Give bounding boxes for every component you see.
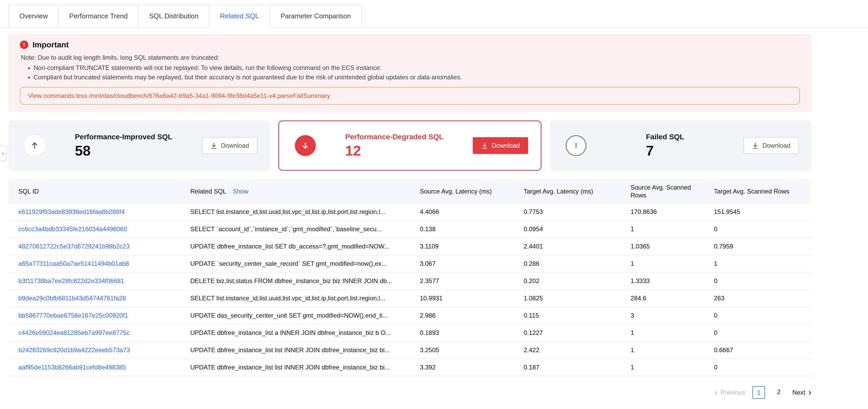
card-performance-degraded-sql[interactable]: Performance-Degraded SQL 12 Download [278, 121, 541, 171]
target-scanned-rows-value: 0.7959 [714, 243, 733, 250]
tab-bar: OverviewPerformance TrendSQL Distributio… [0, 0, 868, 28]
notice-note: Note: Due to audit log length limits, lo… [21, 54, 800, 61]
arrow-down-icon [295, 135, 316, 156]
target-rows-cell: 151.9545 [714, 203, 811, 220]
source-rows-cell: 284.6 [630, 289, 714, 307]
target-rows-cell: 0.6667 [714, 341, 811, 359]
tab-parameter-comparison[interactable]: Parameter Comparison [270, 4, 362, 28]
source-latency-cell: 0.138 [420, 220, 524, 238]
notice-bullet-list: Non-compliant TRUNCATE statements will n… [34, 64, 800, 81]
page-button-1[interactable]: 1 [752, 386, 765, 399]
target-latency-value: 0.1227 [524, 329, 543, 336]
command-text: View commands:less /mnt/das/cloudbench/6… [28, 92, 330, 99]
source-rows-cell: 1 [630, 359, 714, 376]
table-row: 48270612722c5e37d6729241b98b2c23UPDATE d… [8, 238, 811, 255]
card-title: Performance-Improved SQL [75, 133, 173, 141]
download-failed-button[interactable]: Download [744, 137, 799, 154]
download-improved-button[interactable]: Download [202, 137, 257, 154]
source-rows-cell: 1 [630, 255, 714, 272]
sql-id-link[interactable]: cc6cc3a4bdb33345fe216034a4496060 [18, 226, 127, 233]
sql-id-link[interactable]: b9dea29c0bfb6811b43d54744761fa28 [18, 295, 126, 302]
target-rows-cell: 0.7959 [714, 238, 811, 255]
target-rows-cell: 0 [714, 324, 811, 341]
target-latency-value: 0.115 [524, 312, 539, 319]
sql-text: SELECT list.instance_id,list.uuid,list.v… [190, 295, 385, 302]
sql-id-link[interactable]: a65a77311caa50a7ae51411494b01ab8 [18, 260, 129, 267]
sql-id-cell: aaf95de1153b8266ab91cefd8e498385 [8, 359, 190, 376]
sql-id-cell: cc6cc3a4bdb33345fe216034a4496060 [8, 220, 190, 238]
sql-id-link[interactable]: b24263269c920d1b9a4222eeeb573a73 [18, 346, 130, 353]
column-header-sql-id: SQL ID [8, 180, 190, 203]
source-latency-value: 10.9931 [420, 295, 443, 302]
sql-stat-cards: Performance-Improved SQL 58 Download [8, 121, 811, 171]
target-rows-cell: 0 [714, 272, 811, 289]
notice-header: ! Important [20, 40, 800, 49]
source-scanned-rows-value: 170.8636 [630, 208, 657, 215]
source-scanned-rows-value: 1.0365 [630, 243, 650, 250]
target-latency-cell: 0.286 [524, 255, 630, 272]
card-failed-sql[interactable]: ! Failed SQL 7 Download [550, 121, 811, 171]
download-icon [752, 142, 759, 149]
sql-text: UPDATE dbfree_instance_list list INNER J… [190, 364, 390, 371]
arrow-up-icon [24, 135, 45, 156]
sql-id-link[interactable]: b3f11738ba7ee28fc822d2e334f06681 [18, 277, 124, 284]
page-button-2[interactable]: 2 [772, 386, 785, 399]
warning-circle-icon: ! [565, 135, 587, 156]
target-latency-value: 0.187 [524, 364, 539, 371]
source-scanned-rows-value: 1 [630, 364, 634, 371]
sql-text: SELECT `account_id`,`instance_id`,`gmt_m… [190, 226, 382, 233]
tab-overview[interactable]: Overview [8, 4, 59, 28]
notice-title: Important [32, 40, 69, 49]
target-latency-cell: 0.0954 [524, 220, 630, 238]
sql-id-link[interactable]: aaf95de1153b8266ab91cefd8e498385 [18, 364, 126, 371]
column-header-target-latency: Target Avg. Latency (ms) [524, 180, 630, 203]
sql-text-cell: UPDATE `security_center_sale_record` SET… [190, 255, 420, 272]
collapse-panel-handle[interactable]: ‹ [0, 145, 7, 161]
next-label: Next [792, 389, 805, 396]
tab-related-sql[interactable]: Related SQL [209, 4, 270, 28]
card-text-area: Performance-Improved SQL 58 [45, 133, 202, 159]
related-sql-page: OverviewPerformance TrendSQL Distributio… [0, 0, 868, 409]
tab-performance-trend[interactable]: Performance Trend [58, 4, 138, 28]
source-latency-value: 3.2505 [420, 346, 439, 353]
previous-page-button[interactable]: ‹ Previous [715, 389, 745, 396]
table-row: b9dea29c0bfb6811b43d54744761fa28SELECT l… [8, 289, 811, 307]
sql-id-link[interactable]: 48270612722c5e37d6729241b98b2c23 [18, 243, 129, 250]
notice-bullet: Non-compliant TRUNCATE statements will n… [34, 64, 800, 72]
source-scanned-rows-value: 1 [630, 346, 634, 353]
sql-text-cell: DELETE biz,list,status FROM dbfree_insta… [190, 272, 420, 289]
source-latency-cell: 4.4066 [420, 203, 524, 220]
column-header-source-scanned-rows: Source Avg. Scanned Rows [630, 180, 714, 203]
target-latency-cell: 1.0825 [524, 289, 630, 307]
target-latency-value: 2.4401 [524, 243, 543, 250]
sql-id-link[interactable]: c4426e59024ea81285eb7a997ee8775c [18, 329, 129, 336]
sql-text: UPDATE dbfree_instance_list SET db_acces… [190, 243, 389, 250]
source-latency-value: 0.1893 [420, 329, 439, 336]
source-latency-value: 3.067 [420, 260, 436, 267]
sql-id-cell: b3f11738ba7ee28fc822d2e334f06681 [8, 272, 190, 289]
sql-text-cell: UPDATE dbfree_instance_list list INNER J… [190, 359, 420, 376]
sql-text: UPDATE dbfree_instance_list list INNER J… [190, 346, 390, 353]
related-sql-label: Related SQL [190, 188, 226, 195]
sql-id-link[interactable]: bb5867770ebae6758e167e25c00920f1 [18, 312, 128, 319]
source-rows-cell: 1 [630, 341, 714, 359]
sql-text: SELECT list.instance_id,list.uuid,list.v… [190, 208, 385, 215]
sql-text-cell: SELECT list.instance_id,list.uuid,list.v… [190, 289, 420, 307]
notice-bullet: Compliant but truncated statements may b… [34, 73, 800, 81]
source-latency-value: 3.392 [420, 364, 436, 371]
target-latency-value: 0.0954 [524, 226, 543, 233]
target-latency-cell: 0.7753 [524, 203, 630, 220]
source-latency-cell: 2.3577 [420, 272, 524, 289]
target-latency-cell: 0.115 [524, 307, 630, 324]
target-latency-cell: 2.4401 [524, 238, 630, 255]
show-sql-link[interactable]: Show [232, 188, 248, 195]
next-page-button[interactable]: Next › [792, 389, 811, 396]
sql-id-link[interactable]: e611929f93ade83936ed16faa8b286f4 [18, 208, 124, 215]
tab-sql-distribution[interactable]: SQL Distribution [138, 4, 209, 28]
card-performance-improved-sql[interactable]: Performance-Improved SQL 58 Download [8, 121, 270, 171]
source-rows-cell: 1 [630, 324, 714, 341]
download-degraded-button[interactable]: Download [473, 137, 528, 154]
sql-id-cell: bb5867770ebae6758e167e25c00920f1 [8, 307, 190, 324]
sql-text: UPDATE dbfree_instance_list a INNER JOIN… [190, 329, 391, 336]
important-icon: ! [20, 41, 28, 49]
